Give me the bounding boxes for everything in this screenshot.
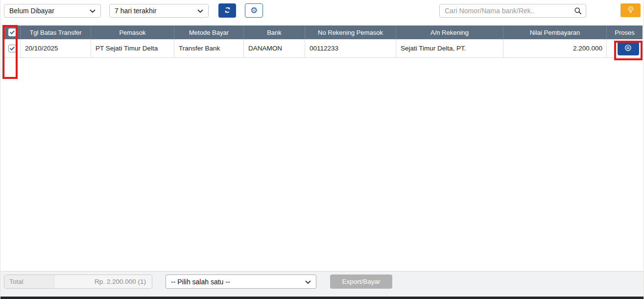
status-filter-select[interactable]: Belum Dibayar (4, 4, 101, 18)
chevron-down-icon (90, 7, 95, 15)
refresh-button[interactable] (218, 3, 236, 18)
table-header: Tgl Batas Transfer Pemasok Metode Bayar … (4, 25, 643, 39)
gear-icon: ⚙ (250, 6, 258, 15)
header-metode-bayar[interactable]: Metode Bayar (174, 25, 244, 39)
cell-an-rekening: Sejati Timur Delta, PT. (396, 39, 503, 57)
cell-tgl-batas-transfer: 20/10/2025 (21, 39, 91, 57)
bulk-action-select[interactable]: -- Pilih salah satu -- (166, 274, 316, 289)
cell-bank: DANAMON (244, 39, 305, 57)
header-nilai-pembayaran[interactable]: Nilai Pembayaran (503, 25, 607, 39)
cell-nilai-pembayaran: 2.200.000 (503, 39, 607, 57)
header-pemasok[interactable]: Pemasok (91, 25, 174, 39)
date-range-select[interactable]: 7 hari terakhir (109, 4, 209, 18)
date-range-value: 7 hari terakhir (115, 7, 157, 15)
header-no-rekening-pemasok[interactable]: No Rekening Pemasok (305, 25, 396, 39)
refresh-icon (224, 6, 231, 15)
chevron-down-icon (305, 278, 311, 286)
row-checkbox[interactable] (8, 45, 16, 52)
search-box (439, 4, 586, 18)
process-payment-button[interactable] (618, 42, 639, 55)
header-proses[interactable]: Proses (607, 25, 643, 39)
select-all-cell (4, 25, 21, 39)
chevron-down-icon (197, 7, 203, 15)
lightbulb-exclamation-icon (626, 5, 635, 16)
total-label: Total (4, 275, 54, 288)
settings-button[interactable]: ⚙ (245, 3, 263, 18)
cell-no-rekening-pemasok: 00112233 (305, 39, 396, 57)
coin-lines-icon (624, 44, 632, 53)
table-row: 20/10/2025 PT Sejati Timur Delta Transfe… (4, 39, 643, 58)
payment-list-screen: Belum Dibayar 7 hari terakhir ⚙ (0, 0, 644, 299)
status-filter-value: Belum Dibayar (9, 7, 54, 15)
tips-button[interactable] (620, 3, 641, 17)
search-icon[interactable] (574, 7, 582, 17)
bulk-action-value: -- Pilih salah satu -- (171, 278, 230, 286)
cell-proses (607, 39, 643, 57)
export-pay-button[interactable]: Export/Bayar (330, 274, 392, 289)
footer-bar: Total Rp. 2.200.000 (1) -- Pilih salah s… (0, 271, 644, 297)
header-tgl-batas-transfer[interactable]: Tgl Batas Transfer (21, 25, 91, 39)
header-bank[interactable]: Bank (244, 25, 305, 39)
window-bottom-edge (0, 297, 644, 299)
total-display: Total Rp. 2.200.000 (1) (4, 274, 152, 289)
select-all-checkbox[interactable] (8, 28, 16, 36)
search-input[interactable] (439, 4, 586, 18)
total-value: Rp. 2.200.000 (1) (54, 275, 152, 288)
cell-metode-bayar: Transfer Bank (174, 39, 244, 57)
row-checkbox-cell (4, 39, 21, 57)
header-an-rekening[interactable]: A/n Rekening (396, 25, 503, 39)
cell-pemasok: PT Sejati Timur Delta (91, 39, 174, 57)
